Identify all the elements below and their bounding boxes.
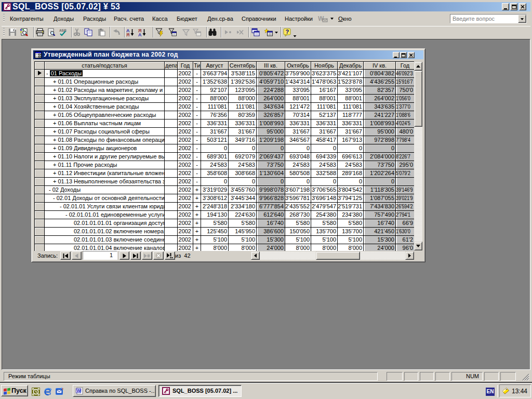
svg-text:W: W xyxy=(77,388,82,393)
svg-text:?: ? xyxy=(286,29,289,35)
svg-text:А: А xyxy=(138,32,142,36)
svg-text:Я: Я xyxy=(126,32,129,36)
